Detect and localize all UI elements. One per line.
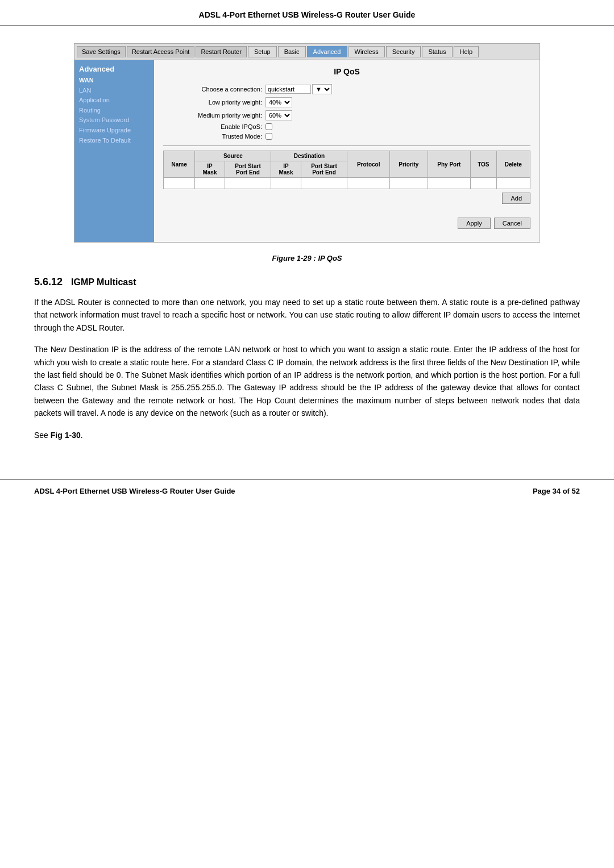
sidebar-item-routing[interactable]: Routing xyxy=(79,106,150,116)
col-priority: Priority xyxy=(390,151,428,178)
connection-select[interactable]: ▼ xyxy=(312,84,332,94)
tab-wireless[interactable]: Wireless xyxy=(349,46,385,57)
enable-ipqos-checkbox[interactable] xyxy=(265,123,272,130)
table-row xyxy=(164,178,530,189)
low-priority-select[interactable]: 40% 60% xyxy=(265,97,292,107)
col-delete: Delete xyxy=(496,151,530,178)
cell-phy-port xyxy=(428,178,470,189)
figure-caption: Figure 1-29 : IP QoS xyxy=(34,254,580,262)
sidebar-item-application[interactable]: Application xyxy=(79,95,150,106)
router-nav: Save Settings Restart Access Point Resta… xyxy=(74,44,540,60)
header-title: ADSL 4-Port Ethernet USB Wireless-G Rout… xyxy=(199,10,416,19)
paragraph-2: The New Destination IP is the address of… xyxy=(34,343,580,419)
col-source-ip: IPMask xyxy=(195,161,225,178)
trusted-mode-label: Trusted Mode: xyxy=(163,133,265,140)
see-fig: See Fig 1-30. xyxy=(34,429,580,441)
enable-ipqos-row: Enable IPQoS: xyxy=(163,123,530,130)
connection-input[interactable] xyxy=(265,85,311,94)
add-row: Add xyxy=(163,189,530,204)
col-name: Name xyxy=(164,151,195,178)
enable-ipqos-label: Enable IPQoS: xyxy=(163,123,265,130)
qos-table: Name Source Destination Protocol Priorit… xyxy=(163,151,530,189)
col-phy-port: Phy Port xyxy=(428,151,470,178)
apply-button[interactable]: Apply xyxy=(458,218,491,229)
tab-help[interactable]: Help xyxy=(454,46,479,57)
col-protocol: Protocol xyxy=(347,151,390,178)
col-destination: Destination xyxy=(271,151,347,161)
sidebar-item-wan[interactable]: WAN xyxy=(79,76,150,86)
low-priority-row: Low priority weight: 40% 60% xyxy=(163,97,530,107)
trusted-mode-row: Trusted Mode: xyxy=(163,133,530,140)
qos-table-wrap: Name Source Destination Protocol Priorit… xyxy=(163,145,530,204)
tab-security[interactable]: Security xyxy=(386,46,421,57)
page-header: ADSL 4-Port Ethernet USB Wireless-G Rout… xyxy=(0,0,614,26)
section-number: 5.6.12 xyxy=(34,276,63,287)
cell-delete xyxy=(496,178,530,189)
sidebar-item-system-password[interactable]: System Password xyxy=(79,115,150,126)
sidebar-item-lan[interactable]: LAN xyxy=(79,86,150,96)
cell-source-ip xyxy=(195,178,225,189)
cell-dest-port xyxy=(301,178,347,189)
tab-setup[interactable]: Setup xyxy=(248,46,277,57)
save-settings-button[interactable]: Save Settings xyxy=(77,46,126,57)
restart-access-point-button[interactable]: Restart Access Point xyxy=(127,46,195,57)
cell-priority xyxy=(390,178,428,189)
sidebar-item-restore-default[interactable]: Restore To Default xyxy=(79,136,150,146)
tab-status[interactable]: Status xyxy=(422,46,452,57)
col-dest-port: Port StartPort End xyxy=(301,161,347,178)
paragraph-1: If the ADSL Router is connected to more … xyxy=(34,296,580,334)
tab-basic[interactable]: Basic xyxy=(278,46,306,57)
restart-router-button[interactable]: Restart Router xyxy=(196,46,247,57)
medium-priority-row: Medium priority weight: 60% 40% xyxy=(163,110,530,120)
tab-advanced[interactable]: Advanced xyxy=(307,46,347,57)
trusted-mode-checkbox[interactable] xyxy=(265,133,272,140)
main-content: IP QoS Choose a connection: ▼ Low priori… xyxy=(154,60,540,242)
cancel-button[interactable]: Cancel xyxy=(494,218,530,229)
connection-row: Choose a connection: ▼ xyxy=(163,84,530,94)
connection-label: Choose a connection: xyxy=(163,86,265,93)
medium-priority-select[interactable]: 60% 40% xyxy=(265,110,292,120)
footer-title: ADSL 4-Port Ethernet USB Wireless-G Rout… xyxy=(34,487,235,495)
action-row: Apply Cancel xyxy=(163,213,530,229)
col-source-port: Port StartPort End xyxy=(225,161,271,178)
low-priority-label: Low priority weight: xyxy=(163,99,265,106)
fig-ref: Fig 1-30 xyxy=(51,431,81,440)
col-tos: TOS xyxy=(471,151,496,178)
cell-tos xyxy=(471,178,496,189)
page-footer: ADSL 4-Port Ethernet USB Wireless-G Rout… xyxy=(0,479,614,502)
sidebar-item-firmware-upgrade[interactable]: Firmware Upgrade xyxy=(79,126,150,136)
add-button[interactable]: Add xyxy=(502,193,530,204)
col-source: Source xyxy=(195,151,271,161)
router-panel: Save Settings Restart Access Point Resta… xyxy=(74,43,540,243)
cell-name xyxy=(164,178,195,189)
section-title: 5.6.12 IGMP Multicast xyxy=(34,276,580,288)
section-heading: IGMP Multicast xyxy=(71,277,136,287)
router-body: Advanced WAN LAN Application Routing Sys… xyxy=(74,60,540,242)
sidebar: Advanced WAN LAN Application Routing Sys… xyxy=(74,60,154,242)
cell-protocol xyxy=(347,178,390,189)
page-title: IP QoS xyxy=(163,67,530,76)
col-dest-ip: IPMask xyxy=(271,161,301,178)
cell-dest-ip xyxy=(271,178,301,189)
footer-page: Page 34 of 52 xyxy=(533,487,580,495)
sidebar-title: Advanced xyxy=(79,65,150,73)
cell-source-port xyxy=(225,178,271,189)
medium-priority-label: Medium priority weight: xyxy=(163,112,265,119)
